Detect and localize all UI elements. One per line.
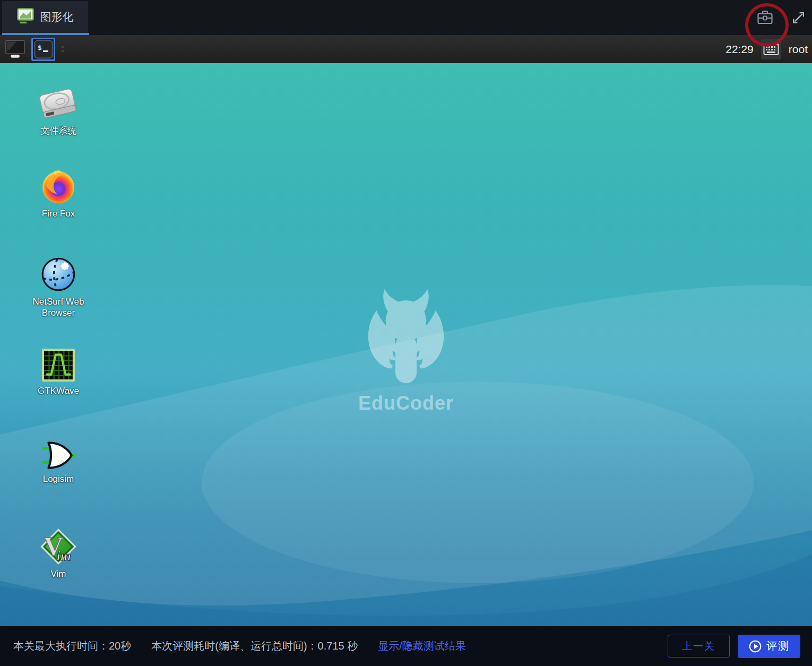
logisim-icon bbox=[41, 441, 76, 470]
max-exec-time-value: 20秒 bbox=[109, 639, 131, 653]
desktop-icon-firefox[interactable]: Fire Fox bbox=[19, 169, 98, 219]
desktop-icon-gtkwave[interactable]: GTKWave bbox=[19, 349, 98, 396]
keyboard-layout-button[interactable] bbox=[761, 39, 781, 59]
evaluation-footer: 本关最大执行时间： 20秒 本次评测耗时(编译、运行总时间)： 0.715 秒 … bbox=[0, 626, 812, 666]
tab-graphical[interactable]: 图形化 bbox=[2, 1, 88, 33]
panel-grip[interactable] bbox=[62, 42, 65, 56]
taskbar-terminal-button[interactable]: $ bbox=[31, 38, 55, 61]
terminal-icon: $ bbox=[34, 40, 53, 59]
toolbox-button[interactable] bbox=[757, 10, 773, 25]
evaluate-button[interactable]: 评测 bbox=[738, 635, 800, 658]
svg-text:$: $ bbox=[38, 44, 42, 51]
taskbar: $ 22:29 root bbox=[0, 35, 812, 63]
desktop-icon-vim[interactable]: V im Vim bbox=[19, 529, 98, 579]
fullscreen-icon bbox=[791, 11, 806, 25]
svg-text:im: im bbox=[57, 548, 71, 564]
monitor-icon bbox=[5, 39, 25, 60]
desktop-icon-label: Fire Fox bbox=[42, 208, 75, 219]
harddisk-icon bbox=[38, 87, 79, 122]
eval-duration: 本次评测耗时(编译、运行总时间)： 0.715 秒 bbox=[151, 639, 358, 653]
desktop-icon-label: 文件系统 bbox=[40, 125, 76, 136]
gtkwave-icon bbox=[42, 349, 75, 382]
fullscreen-button[interactable] bbox=[791, 11, 806, 25]
desktop-icon-label: GTKWave bbox=[38, 385, 79, 396]
desktop: EduCoder 文件系统 bbox=[0, 63, 812, 626]
taskbar-desktop-button[interactable] bbox=[3, 38, 27, 61]
desktop-icon-label: Vim bbox=[51, 568, 66, 579]
netsurf-icon bbox=[40, 256, 76, 292]
desktop-icon-filesystem[interactable]: 文件系统 bbox=[19, 87, 98, 136]
chart-icon bbox=[17, 8, 34, 26]
tab-graphical-label: 图形化 bbox=[40, 10, 74, 24]
user-label: root bbox=[789, 43, 808, 56]
desktop-icon-label: NetSurf Web Browser bbox=[19, 296, 98, 319]
eval-duration-value: 0.715 秒 bbox=[318, 639, 358, 653]
wallpaper-waves bbox=[0, 63, 812, 626]
briefcase-icon bbox=[757, 10, 773, 25]
previous-stage-button[interactable]: 上一关 bbox=[668, 635, 730, 658]
desktop-icon-logisim[interactable]: Logisim bbox=[19, 441, 98, 485]
max-exec-time: 本关最大执行时间： 20秒 bbox=[13, 639, 131, 653]
play-icon bbox=[748, 639, 762, 653]
keyboard-icon bbox=[763, 43, 779, 56]
evaluate-button-label: 评测 bbox=[766, 639, 790, 653]
desktop-icon-label: Logisim bbox=[43, 473, 74, 485]
toggle-test-results-link[interactable]: 显示/隐藏测试结果 bbox=[378, 639, 466, 653]
max-exec-time-label: 本关最大执行时间： bbox=[13, 639, 109, 653]
eval-duration-label: 本次评测耗时(编译、运行总时间)： bbox=[151, 639, 317, 653]
firefox-icon bbox=[41, 169, 76, 204]
clock: 22:29 bbox=[725, 43, 754, 56]
tab-bar: 图形化 bbox=[0, 0, 812, 35]
screen: 图形化 bbox=[0, 0, 812, 666]
vim-icon: V im bbox=[40, 529, 76, 565]
desktop-icon-netsurf[interactable]: NetSurf Web Browser bbox=[19, 256, 98, 319]
